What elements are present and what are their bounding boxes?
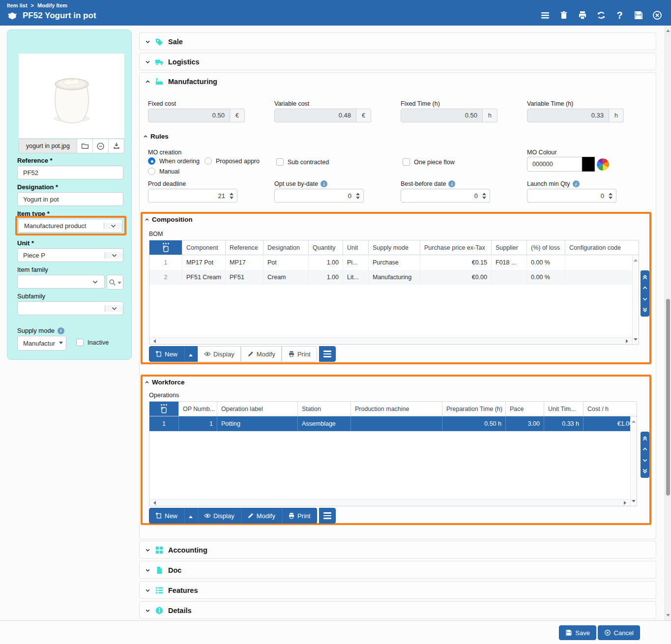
move-down-icon[interactable]: [642, 457, 648, 463]
move-down-icon[interactable]: [642, 296, 648, 302]
operations-display-button[interactable]: Display: [198, 508, 241, 524]
op-col-station[interactable]: Station: [298, 402, 351, 416]
bom-new-button[interactable]: New: [149, 346, 184, 362]
bom-col-price[interactable]: Purchase price ex-Tax: [420, 240, 492, 255]
subfamily-select[interactable]: [17, 301, 123, 315]
print-icon[interactable]: [577, 10, 587, 20]
table-row[interactable]: 1 MP17 Pot MP17 Pot 1.00 Pi... Purchase …: [149, 255, 639, 270]
bom-display-button[interactable]: Display: [198, 346, 241, 362]
inactive-checkbox[interactable]: [76, 339, 84, 346]
opt-use-by-date-input[interactable]: 0: [274, 189, 364, 203]
manual-radio[interactable]: [148, 168, 155, 175]
save-icon[interactable]: [633, 10, 643, 20]
operations-new-button[interactable]: New: [149, 508, 184, 524]
section-accounting[interactable]: Accounting: [139, 541, 656, 558]
bom-col-reference[interactable]: Reference: [226, 240, 263, 255]
op-col-prep-time[interactable]: Preparation Time (h): [442, 402, 506, 416]
operations-new-dropdown[interactable]: [184, 508, 198, 524]
item-family-search-button[interactable]: [107, 275, 123, 290]
scrollbar-thumb[interactable]: [666, 299, 670, 496]
bom-col-loss[interactable]: (%) of loss: [527, 240, 565, 255]
colour-wheel-icon[interactable]: [596, 158, 610, 171]
section-manufacturing-header[interactable]: Manufacturing: [140, 73, 656, 90]
save-button[interactable]: Save: [559, 625, 596, 640]
designation-input[interactable]: Yogurt in pot: [17, 192, 123, 206]
spinner-icon[interactable]: [228, 191, 237, 201]
operations-horizontal-scrollbar[interactable]: [149, 499, 630, 506]
sub-contracted-checkbox[interactable]: [276, 158, 284, 166]
bom-menu-button[interactable]: [319, 346, 336, 362]
bom-col-quantity[interactable]: Quantity: [309, 240, 343, 255]
one-piece-flow-checkbox[interactable]: [403, 158, 410, 166]
launch-min-qty-input[interactable]: 0: [527, 189, 616, 203]
menu-icon[interactable]: [540, 10, 550, 20]
bom-modify-button[interactable]: Modify: [241, 346, 282, 362]
move-top-icon[interactable]: [642, 436, 648, 441]
delete-icon[interactable]: [558, 10, 569, 20]
best-before-date-input[interactable]: 0: [401, 189, 490, 203]
bom-vertical-scrollbar[interactable]: [632, 255, 639, 344]
table-row[interactable]: 2 PF51 Cream PF51 Cream 1.00 Lit... Manu…: [149, 270, 639, 285]
chevron-down-icon[interactable]: [105, 305, 123, 312]
refresh-icon[interactable]: [596, 10, 606, 20]
download-image-button[interactable]: [109, 139, 124, 153]
spinner-icon[interactable]: [354, 191, 363, 201]
when-ordering-radio[interactable]: [148, 157, 155, 165]
operations-menu-button[interactable]: [319, 508, 336, 524]
bom-col-config[interactable]: Configuration code: [565, 240, 639, 255]
section-doc[interactable]: Doc: [139, 561, 656, 579]
browse-file-button[interactable]: [77, 139, 93, 153]
supply-mode-select[interactable]: Manufactur: [17, 336, 66, 351]
remove-image-button[interactable]: [93, 139, 109, 153]
unit-select[interactable]: Piece P: [17, 248, 123, 262]
mo-colour-swatch[interactable]: [582, 157, 595, 172]
op-col-label[interactable]: Operation label: [217, 402, 298, 416]
section-sale[interactable]: Sale: [139, 32, 656, 50]
bom-horizontal-scrollbar[interactable]: [149, 337, 632, 344]
prod-deadline-input[interactable]: 21: [148, 189, 237, 203]
cancel-button[interactable]: Cancel: [598, 625, 640, 640]
op-col-unit-time[interactable]: Unit Tim...: [544, 402, 583, 416]
move-up-icon[interactable]: [642, 285, 648, 291]
move-up-icon[interactable]: [642, 446, 648, 452]
section-details[interactable]: Details: [139, 601, 656, 619]
operations-vertical-scrollbar[interactable]: [630, 416, 637, 506]
info-icon[interactable]: i: [448, 180, 455, 187]
composition-header[interactable]: Composition: [145, 216, 193, 223]
chevron-down-icon[interactable]: [86, 279, 104, 285]
workforce-header[interactable]: Workforce: [145, 379, 185, 386]
help-icon[interactable]: ?: [614, 10, 625, 20]
section-logistics[interactable]: Logistics: [139, 53, 656, 70]
move-bottom-icon[interactable]: [642, 307, 648, 313]
operations-print-button[interactable]: Print: [282, 508, 317, 524]
bom-col-unit[interactable]: Unit: [343, 240, 369, 255]
op-col-number[interactable]: OP Numb...: [179, 402, 217, 416]
close-icon[interactable]: [652, 10, 662, 20]
operations-modify-button[interactable]: Modify: [241, 508, 282, 524]
mo-colour-input[interactable]: 000000: [527, 157, 582, 172]
op-col-cost[interactable]: Cost / h: [583, 402, 637, 416]
bom-new-dropdown[interactable]: [184, 346, 198, 362]
rules-header[interactable]: Rules: [143, 133, 169, 140]
proposed-appro-radio[interactable]: [204, 157, 212, 165]
item-family-select[interactable]: [17, 275, 105, 289]
bom-col-component[interactable]: Component: [182, 240, 226, 255]
page-scrollbar[interactable]: [665, 26, 671, 620]
info-icon[interactable]: i: [58, 327, 64, 334]
chevron-down-icon[interactable]: [105, 252, 123, 259]
spinner-icon[interactable]: [481, 191, 490, 201]
op-col-pace[interactable]: Pace: [506, 402, 544, 416]
info-icon[interactable]: i: [321, 180, 327, 187]
table-row-selected[interactable]: 1 1 Potting Assemblage 0.50 h 3.00 0.33 …: [149, 416, 637, 431]
operations-add-row-button[interactable]: [149, 402, 179, 416]
bom-print-button[interactable]: Print: [282, 346, 317, 362]
bom-add-row-button[interactable]: [149, 240, 182, 255]
spinner-icon[interactable]: [607, 191, 616, 201]
breadcrumb-item-list[interactable]: Item list: [7, 2, 28, 8]
info-icon[interactable]: i: [573, 180, 580, 187]
bom-col-supply-mode[interactable]: Supply mode: [369, 240, 420, 255]
op-col-machine[interactable]: Production machine: [351, 402, 442, 416]
move-bottom-icon[interactable]: [642, 468, 648, 474]
reference-input[interactable]: PF52: [17, 166, 123, 179]
bom-col-designation[interactable]: Designation: [263, 240, 309, 255]
